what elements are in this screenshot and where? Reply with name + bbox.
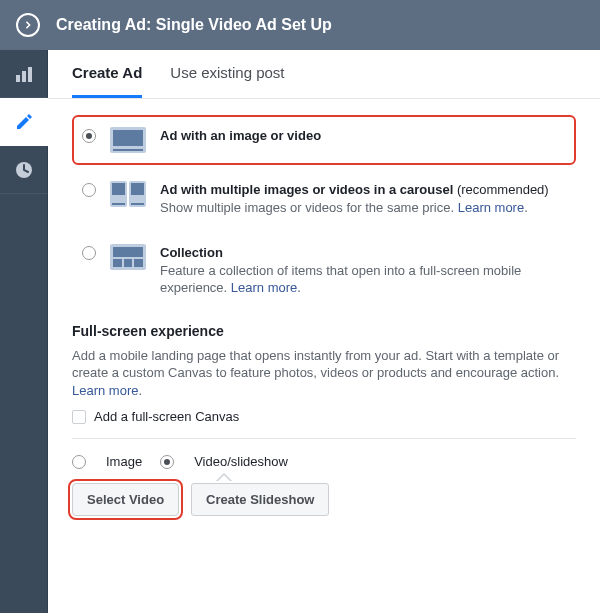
divider: [72, 438, 576, 439]
radio-icon[interactable]: [82, 246, 96, 260]
carousel-icon: [110, 181, 146, 207]
fullscreen-heading: Full-screen experience: [72, 323, 576, 339]
side-nav: [0, 50, 48, 613]
header-title: Creating Ad: Single Video Ad Set Up: [56, 16, 332, 34]
format-title: Ad with multiple images or videos in a c…: [160, 182, 453, 197]
svg-rect-0: [16, 75, 20, 82]
format-single[interactable]: Ad with an image or video: [72, 115, 576, 165]
learn-more-link[interactable]: Learn more: [72, 383, 138, 398]
collection-icon: [110, 244, 146, 270]
header: Creating Ad: Single Video Ad Set Up: [0, 0, 600, 50]
radio-icon[interactable]: [82, 183, 96, 197]
pencil-icon: [15, 113, 33, 131]
radio-icon[interactable]: [160, 455, 174, 469]
checkbox-icon[interactable]: [72, 410, 86, 424]
svg-rect-2: [28, 67, 32, 82]
format-carousel[interactable]: Ad with multiple images or videos in a c…: [72, 169, 576, 228]
format-collection[interactable]: Collection Feature a collection of items…: [72, 232, 576, 309]
media-type-video[interactable]: Video/slideshow: [160, 453, 288, 469]
recommended-label: (recommended): [457, 182, 549, 197]
clock-icon: [15, 161, 33, 179]
media-type-image[interactable]: Image: [72, 453, 142, 469]
nav-history[interactable]: [0, 146, 48, 194]
create-slideshow-button[interactable]: Create Slideshow: [191, 483, 329, 516]
bar-chart-icon: [15, 65, 33, 83]
fullscreen-canvas-checkbox[interactable]: Add a full-screen Canvas: [72, 409, 576, 424]
single-media-icon: [110, 127, 146, 153]
button-row: Select Video Create Slideshow: [72, 483, 576, 516]
fullscreen-desc: Add a mobile landing page that opens ins…: [72, 347, 576, 400]
media-type-row: Image Video/slideshow: [72, 453, 576, 469]
select-video-button[interactable]: Select Video: [72, 483, 179, 516]
tab-create-ad[interactable]: Create Ad: [72, 50, 142, 98]
format-list: Ad with an image or video Ad with multip…: [72, 115, 576, 309]
nav-insights[interactable]: [0, 50, 48, 98]
learn-more-link[interactable]: Learn more: [231, 280, 297, 295]
format-desc: Feature a collection of items that open …: [160, 263, 521, 296]
svg-rect-1: [22, 71, 26, 82]
expand-icon[interactable]: [16, 13, 40, 37]
learn-more-link[interactable]: Learn more: [458, 200, 524, 215]
media-type-label: Image: [106, 454, 142, 469]
media-type-label: Video/slideshow: [194, 454, 288, 469]
tab-use-existing[interactable]: Use existing post: [170, 50, 284, 98]
radio-icon[interactable]: [72, 455, 86, 469]
content: Create Ad Use existing post Ad with an i…: [48, 50, 600, 613]
format-title: Collection: [160, 245, 223, 260]
tabs: Create Ad Use existing post: [48, 50, 600, 99]
radio-icon[interactable]: [82, 129, 96, 143]
nav-edit[interactable]: [0, 98, 48, 146]
format-title: Ad with an image or video: [160, 128, 321, 143]
format-desc: Show multiple images or videos for the s…: [160, 200, 454, 215]
checkbox-label: Add a full-screen Canvas: [94, 409, 239, 424]
pointer-icon: [216, 473, 232, 481]
